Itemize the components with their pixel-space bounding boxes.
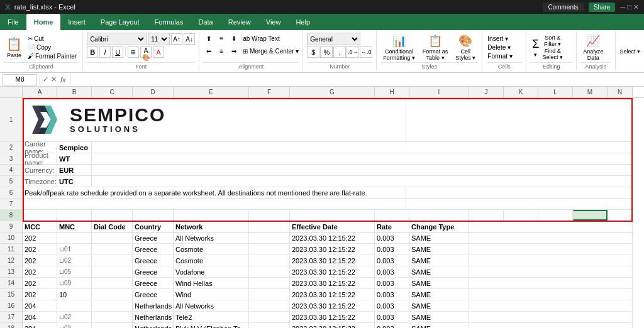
border-button[interactable]: ⊞ [128, 46, 139, 58]
tab-data[interactable]: Data [191, 14, 220, 30]
row-header-8[interactable]: 8 [0, 210, 22, 221]
row-header-17[interactable]: 17 [0, 312, 22, 323]
row-4: Currency: EUR [23, 165, 633, 176]
merge-center-button[interactable]: ⊞ Merge & Center ▾ [243, 48, 299, 55]
select-button[interactable]: Select ▾ [619, 48, 640, 55]
align-center-button[interactable]: ≡ [216, 45, 227, 57]
increase-font-button[interactable]: A↑ [171, 33, 182, 45]
percent-button[interactable]: % [320, 46, 333, 58]
sigma-icon: Σ [532, 38, 539, 51]
decrease-font-button[interactable]: A↓ [184, 33, 195, 45]
delete-cells-button[interactable]: Delete ▾ [486, 43, 522, 52]
row-header-5[interactable]: 5 [0, 176, 22, 187]
formula-input[interactable] [73, 74, 641, 85]
align-middle-button[interactable]: ≡ [216, 33, 227, 44]
cell-reference-box[interactable] [3, 74, 37, 85]
format-painter-button[interactable]: 🖌 Format Painter [26, 52, 79, 60]
row-header-11[interactable]: 11 [0, 244, 22, 255]
tab-view[interactable]: View [258, 14, 289, 30]
increase-decimal-button[interactable]: .0→ [347, 46, 359, 58]
format-cells-button[interactable]: Format ▾ [486, 52, 522, 60]
row-header-15[interactable]: 15 [0, 289, 22, 300]
font-size-select[interactable]: 11 [148, 33, 170, 45]
align-bottom-button[interactable]: ⬇ [228, 33, 240, 44]
row-header-10[interactable]: 10 [0, 232, 22, 244]
col-header-n[interactable]: N [608, 87, 633, 97]
formula-check-button[interactable]: ✓ [43, 75, 48, 84]
col-header-k[interactable]: K [504, 87, 538, 97]
row-1: SEMPICO SOLUTIONS [23, 98, 633, 142]
col-header-f[interactable]: F [249, 87, 290, 97]
tab-review[interactable]: Review [221, 14, 258, 30]
align-left-button[interactable]: ⬅ [203, 45, 214, 57]
cell-styles-icon: 🎨 [458, 34, 472, 48]
paste-button[interactable]: 📋 Paste [4, 35, 25, 60]
font-color-button[interactable]: A [153, 46, 164, 58]
col-header-j[interactable]: J [469, 87, 504, 97]
col-header-m[interactable]: M [573, 87, 608, 97]
fill-color-button[interactable]: A🎨 [140, 46, 152, 58]
analyze-icon: 📈 [586, 34, 600, 48]
find-select-button[interactable]: Find &Select ▾ [542, 48, 563, 60]
tab-insert[interactable]: Insert [60, 14, 93, 30]
format-table-button[interactable]: 📋 Format asTable ▾ [420, 33, 451, 62]
font-name-select[interactable]: Calibri [87, 33, 147, 45]
col-header-d[interactable]: D [133, 87, 174, 97]
insert-cells-button[interactable]: Insert ▾ [486, 35, 522, 43]
col-header-i[interactable]: I [409, 87, 469, 97]
row-header-13[interactable]: 13 [0, 266, 22, 278]
comma-button[interactable]: , [333, 46, 346, 58]
row-header-3[interactable]: 3 [0, 153, 22, 165]
share-button[interactable]: Share [589, 3, 616, 12]
row-5: Timezone: UTC [23, 176, 633, 187]
col-header-b[interactable]: B [57, 87, 92, 97]
comments-button[interactable]: Comments [543, 3, 583, 12]
col-header-e[interactable]: E [174, 87, 249, 97]
underline-button[interactable]: U [112, 46, 123, 58]
row-header-4[interactable]: 4 [0, 165, 22, 176]
row-2: Carrier name: Sempico [23, 142, 633, 153]
formula-cancel-button[interactable]: ✕ [51, 75, 57, 84]
col-header-g[interactable]: G [290, 87, 375, 97]
decrease-decimal-button[interactable]: ←.0 [360, 46, 372, 58]
tab-page-layout[interactable]: Page Layout [93, 14, 147, 30]
sort-filter-button[interactable]: Sort &Filter ▾ [542, 35, 563, 47]
wrap-text-button[interactable]: ab Wrap Text [243, 35, 280, 42]
row-9-headers: MCC MNC Dial Code Country Network Effect… [23, 221, 633, 232]
row-header-9[interactable]: 9 [0, 221, 22, 232]
col-header-a[interactable]: A [23, 87, 57, 97]
italic-button[interactable]: I [99, 46, 111, 58]
row-header-12[interactable]: 12 [0, 255, 22, 266]
table-row: 202 ⊔01 Greece Cosmote 2023.03.30 12:15:… [23, 244, 633, 255]
table-row: 202 Greece All Networks 2023.03.30 12:15… [23, 232, 633, 244]
row-header-16[interactable]: 16 [0, 300, 22, 312]
analyze-data-button[interactable]: 📈 AnalyzeData [580, 33, 606, 62]
number-format-select[interactable]: General [307, 33, 360, 45]
cell-styles-button[interactable]: 🎨 CellStyles ▾ [453, 33, 478, 62]
format-painter-icon: 🖌 [28, 53, 34, 60]
cut-button[interactable]: ✂ Cut [26, 35, 79, 43]
row-header-2[interactable]: 2 [0, 142, 22, 153]
align-right-button[interactable]: ➡ [228, 45, 240, 57]
currency-button[interactable]: $ [307, 46, 319, 58]
copy-icon: 📄 [28, 44, 35, 51]
row-header-6[interactable]: 6 [0, 187, 22, 199]
tab-formulas[interactable]: Formulas [147, 14, 191, 30]
col-header-c[interactable]: C [92, 87, 133, 97]
row-header-18[interactable]: 18 [0, 323, 22, 328]
bold-button[interactable]: B [87, 46, 98, 58]
title-bar-filename: rate_list.xlsx - Excel [14, 3, 75, 11]
tab-home[interactable]: Home [26, 14, 61, 30]
tab-file[interactable]: File [0, 14, 26, 30]
col-header-h[interactable]: H [375, 87, 409, 97]
copy-button[interactable]: 📄 Copy [26, 43, 79, 52]
autosum-button[interactable]: Σ ▾ [530, 36, 541, 59]
table-row: 202 10 Greece Wind 2023.03.30 12:15:22 0… [23, 289, 633, 300]
col-header-l[interactable]: L [538, 87, 573, 97]
row-header-7[interactable]: 7 [0, 199, 22, 210]
tab-help[interactable]: Help [288, 14, 318, 30]
row-header-1[interactable]: 1 [0, 98, 22, 142]
conditional-formatting-button[interactable]: 📊 ConditionalFormatting ▾ [380, 33, 418, 62]
row-header-14[interactable]: 14 [0, 278, 22, 289]
align-top-button[interactable]: ⬆ [203, 33, 214, 44]
